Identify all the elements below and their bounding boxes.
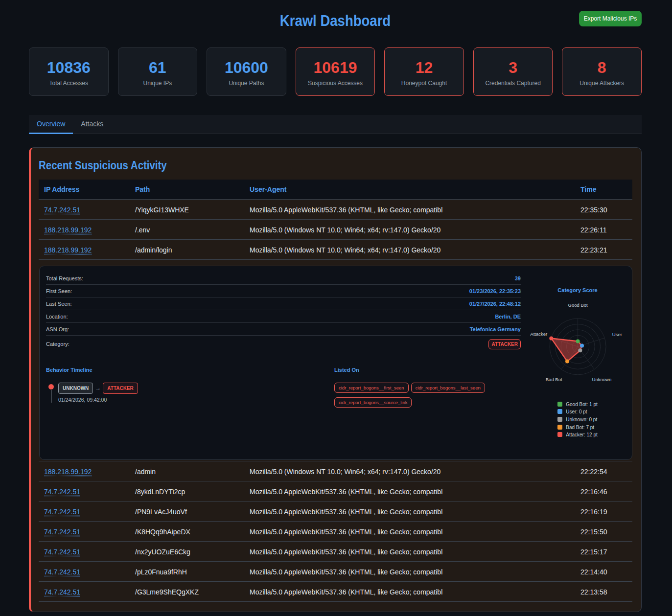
svg-text:Bad Bot: Bad Bot bbox=[546, 377, 562, 382]
svg-text:Attacker: Attacker bbox=[530, 331, 547, 337]
svg-text:Unknown: Unknown bbox=[592, 377, 612, 382]
svg-text:Good Bot: Good Bot bbox=[568, 302, 588, 307]
svg-text:User: User bbox=[612, 331, 622, 337]
